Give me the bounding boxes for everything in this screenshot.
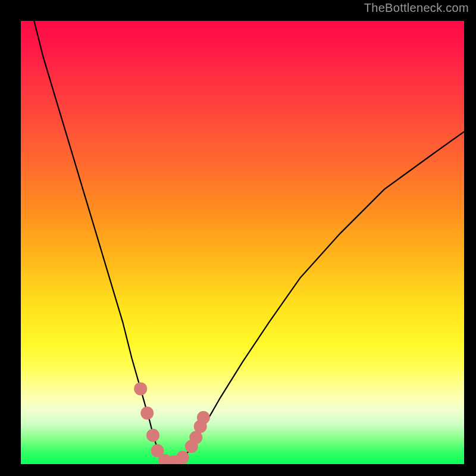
marker-point — [134, 382, 147, 395]
marker-point — [140, 406, 154, 419]
markers-group — [134, 382, 210, 464]
marker-point — [176, 451, 189, 464]
watermark-text: TheBottleneck.com — [364, 1, 469, 15]
marker-point — [146, 429, 159, 442]
marker-point — [197, 411, 210, 424]
plot-area — [21, 21, 464, 464]
bottleneck-curve — [34, 21, 464, 464]
curve-group — [34, 21, 464, 464]
chart-svg — [21, 21, 464, 464]
chart-frame: TheBottleneck.com — [0, 0, 476, 476]
